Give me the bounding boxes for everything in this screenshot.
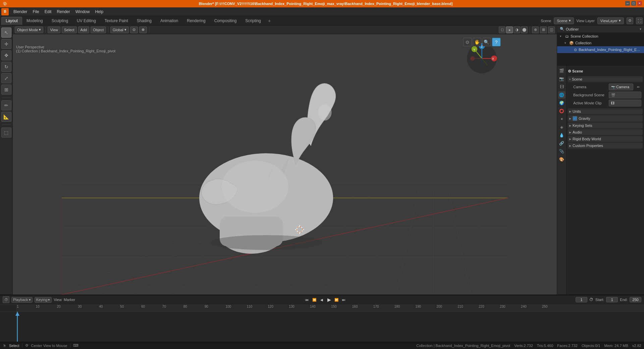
- scene-dropdown[interactable]: Scene ▾: [554, 17, 574, 24]
- playback-dropdown[interactable]: Playback ▾: [11, 297, 33, 303]
- workspace-tab-uv-editing[interactable]: UV Editing: [72, 17, 100, 25]
- proportional-edit[interactable]: ⊕: [139, 27, 147, 33]
- objects-info: Objects:0/1: [582, 344, 600, 348]
- viewport-object-menu[interactable]: Object: [91, 27, 106, 33]
- select-tool-button[interactable]: ↖: [1, 28, 11, 38]
- menu-help[interactable]: Help: [92, 9, 106, 15]
- camera-edit-icon[interactable]: ✏: [635, 84, 641, 90]
- rigid-body-world-section-header[interactable]: ▶ Rigid Body World: [568, 136, 643, 142]
- end-label: End:: [620, 298, 628, 302]
- cursor-tool-button[interactable]: ✛: [1, 39, 11, 49]
- workspace-tab-shading[interactable]: Shading: [132, 17, 156, 25]
- outliner-list-item[interactable]: ▾ 📦 Collection: [557, 40, 644, 46]
- outliner-list-item[interactable]: ▾ 🗂 Scene Collection: [557, 33, 644, 40]
- camera-value[interactable]: 📷 Camera: [609, 84, 633, 90]
- close-button[interactable]: ✕: [637, 1, 642, 6]
- frame-tick: 120: [268, 305, 273, 308]
- scene-settings-button[interactable]: ⚙: [627, 17, 633, 24]
- viewport-overlays-button[interactable]: ⊞: [540, 27, 547, 33]
- units-section-header[interactable]: ▶ Units: [568, 108, 643, 114]
- viewport-select-menu[interactable]: Select: [62, 27, 77, 33]
- gravity-section-header[interactable]: ▶ ✓ Gravity: [568, 115, 643, 122]
- rotate-tool-button[interactable]: ↻: [1, 62, 11, 72]
- scale-tool-button[interactable]: ⤢: [1, 73, 11, 83]
- add-cube-button[interactable]: ⬚: [1, 128, 11, 138]
- snap-toggle[interactable]: ⊙: [130, 27, 138, 33]
- keying-dropdown[interactable]: Keying ▾: [35, 297, 52, 303]
- minimize-button[interactable]: ─: [625, 1, 630, 6]
- gravity-checkbox[interactable]: ✓: [573, 116, 577, 121]
- world-properties-icon[interactable]: 🌍: [558, 99, 566, 107]
- workspace-tab-compositing[interactable]: Compositing: [210, 17, 241, 25]
- custom-properties-section-header[interactable]: ▶ Custom Properties: [568, 143, 643, 149]
- timeline-editor-icon[interactable]: ⏱: [3, 296, 9, 303]
- material-properties-icon[interactable]: 🎨: [558, 156, 566, 163]
- constraints-properties-icon[interactable]: 🔗: [558, 140, 566, 147]
- prev-frame-button[interactable]: ⏪: [311, 297, 317, 303]
- global-transform-dropdown[interactable]: Global ▾: [110, 27, 129, 33]
- particles-properties-icon[interactable]: ◈: [558, 123, 566, 131]
- xray-toggle[interactable]: ◫: [548, 27, 555, 33]
- show-gizmo-button[interactable]: ⊕: [532, 27, 539, 33]
- play-button[interactable]: ▶: [326, 297, 332, 303]
- object-mode-dropdown[interactable]: Object Mode ▾: [15, 27, 43, 33]
- move-tool-button[interactable]: ✥: [1, 50, 11, 60]
- rendered-shading-button[interactable]: ⬤: [521, 27, 528, 33]
- workspace-tab-layout[interactable]: Layout: [1, 17, 22, 25]
- object-data-properties-icon[interactable]: 📎: [558, 148, 566, 155]
- workspace-tab-animation[interactable]: Animation: [156, 17, 182, 25]
- outliner-list-item[interactable]: ⊙ Backhand_Index_Pointing_Right_Emoji_pi…: [557, 46, 644, 53]
- measure-tool-button[interactable]: 📐: [1, 112, 11, 122]
- active-movie-clip-value[interactable]: 🎞: [609, 100, 641, 106]
- menu-render[interactable]: Render: [54, 9, 72, 15]
- add-workspace-button[interactable]: +: [265, 17, 273, 25]
- menu-edit[interactable]: Edit: [42, 9, 54, 15]
- annotate-tool-button[interactable]: ✏: [1, 100, 11, 110]
- menu-file[interactable]: File: [30, 9, 42, 15]
- scene-section-header[interactable]: ▾ Scene: [568, 76, 643, 82]
- workspace-tab-rendering[interactable]: Rendering: [182, 17, 210, 25]
- workspace-tab-sculpting[interactable]: Sculpting: [47, 17, 72, 25]
- view-layer-properties-icon[interactable]: 🎞: [558, 83, 566, 91]
- material-shading-button[interactable]: ◑: [514, 27, 520, 33]
- output-properties-icon[interactable]: 📷: [558, 75, 566, 83]
- gravity-expand: ▶: [569, 117, 571, 120]
- transform-tool-button[interactable]: ⊞: [1, 85, 11, 95]
- keyframe-track[interactable]: [0, 312, 644, 342]
- next-frame-button[interactable]: ⏩: [333, 297, 339, 303]
- keying-sets-section-header[interactable]: ▶ Keying Sets: [568, 122, 643, 129]
- outliner-filter-icon[interactable]: ▾: [640, 27, 641, 31]
- marker-label[interactable]: Marker: [64, 298, 75, 302]
- render-properties-icon[interactable]: 🎬: [558, 67, 566, 74]
- viewport-view-menu[interactable]: View: [48, 27, 60, 33]
- view-layer-dropdown[interactable]: ViewLayer ▾: [597, 17, 624, 24]
- physics-properties-icon[interactable]: 💧: [558, 132, 566, 139]
- solid-shading-button[interactable]: ●: [506, 27, 513, 33]
- menu-window[interactable]: Window: [73, 9, 93, 15]
- workspace-tab-scripting[interactable]: Scripting: [241, 17, 265, 25]
- workspace-tab-texture-paint[interactable]: Texture Paint: [100, 17, 132, 25]
- titlebar: 🎨 Blender* [F:\!!!CONV_V2!!!!!!\16\Backh…: [0, 0, 644, 7]
- jump-start-button[interactable]: ⏮: [304, 297, 310, 303]
- wireframe-shading-button[interactable]: ◻: [499, 27, 505, 33]
- header-sep-4: [530, 27, 530, 33]
- modifier-properties-icon[interactable]: ✦: [558, 115, 566, 123]
- end-frame-input[interactable]: 250: [630, 297, 641, 302]
- fullscreen-button[interactable]: ⛶: [636, 17, 643, 24]
- workspace-tab-modeling[interactable]: Modeling: [22, 17, 47, 25]
- maximize-button[interactable]: □: [631, 1, 636, 6]
- play-reverse-button[interactable]: ◀: [319, 297, 325, 303]
- start-frame-input[interactable]: 1: [606, 297, 618, 302]
- jump-end-button[interactable]: ⏭: [341, 297, 347, 303]
- viewport-add-menu[interactable]: Add: [78, 27, 90, 33]
- scene-properties-icon[interactable]: 🌐: [558, 91, 566, 99]
- view-label-timeline[interactable]: View: [54, 298, 62, 302]
- object-properties-icon[interactable]: ⭕: [558, 107, 566, 115]
- background-scene-value[interactable]: 🎬: [609, 92, 641, 98]
- menu-blender[interactable]: Blender: [11, 9, 30, 15]
- frame-tick: 90: [205, 305, 208, 308]
- audio-section-header[interactable]: ▶ Audio: [568, 129, 643, 135]
- current-frame-display[interactable]: 1: [576, 297, 587, 302]
- frame-tick: 1: [17, 305, 19, 308]
- viewport-header: Object Mode ▾ View Select Add Object Glo…: [13, 26, 557, 34]
